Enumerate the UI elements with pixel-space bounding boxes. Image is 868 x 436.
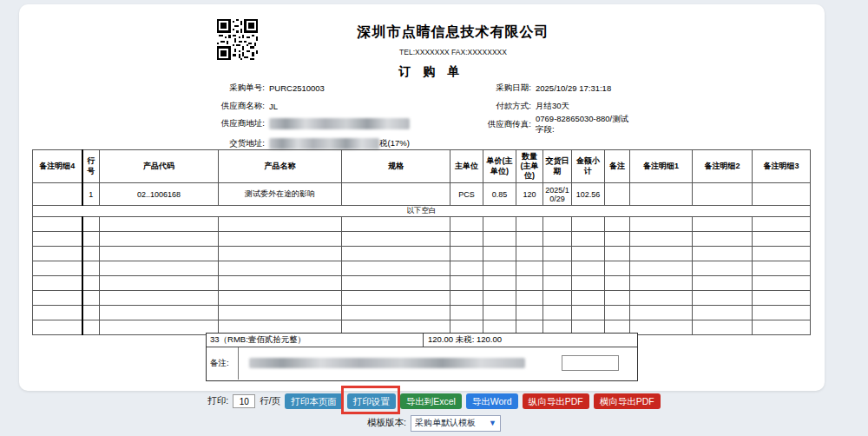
col-header-remark-detail2: 备注明细2 bbox=[693, 150, 753, 183]
supplier-name-value: JL bbox=[269, 102, 278, 111]
empty-table-row bbox=[33, 232, 811, 247]
print-settings-highlight-wrap: 打印设置 bbox=[347, 393, 396, 409]
col-header-remark-detail4: 备注明细4 bbox=[33, 150, 82, 183]
empty-table-row bbox=[33, 247, 811, 261]
cell-subtotal: 102.56 bbox=[572, 183, 605, 206]
export-excel-button[interactable]: 导出到Excel bbox=[400, 393, 462, 409]
table-row: 1 02..1006168 测试委外在途的影响 PCS 0.85 120 202… bbox=[33, 183, 811, 206]
col-header-qty: 数量(主单位) bbox=[516, 150, 543, 183]
col-header-product-name: 产品名称 bbox=[219, 150, 342, 183]
supplier-fax-value: 0769-82865030-880/测试字段: bbox=[536, 114, 629, 135]
empty-table-row bbox=[33, 276, 811, 291]
chevron-down-icon: ▼ bbox=[489, 419, 496, 427]
page-background: 深圳市点睛信息技术有限公司 TEL:XXXXXXX FAX:XXXXXXXX 订… bbox=[0, 0, 868, 436]
delivery-address-suffix: 税(17%) bbox=[379, 138, 410, 149]
print-label: 打印: bbox=[207, 395, 228, 407]
remark-redacted-text bbox=[249, 358, 525, 368]
empty-table-row bbox=[33, 306, 811, 320]
document-title: 订 购 单 bbox=[154, 64, 709, 80]
rows-per-page-input[interactable] bbox=[233, 394, 255, 408]
remark-row: 备注: bbox=[207, 347, 637, 380]
col-header-unit-price: 单价(主单位) bbox=[483, 150, 516, 183]
supplier-fax-row: 供应商传真: 0769-82865030-880/测试字段: bbox=[457, 114, 629, 135]
cell-remark-detail1 bbox=[630, 183, 693, 206]
payment-label: 付款方式: bbox=[457, 101, 531, 112]
order-date-row: 采购日期: 2025/10/29 17:31:18 bbox=[457, 83, 611, 94]
rows-per-page-unit: 行/页 bbox=[260, 395, 280, 407]
template-controls-row: 模板版本: 采购单默认模板 ▼ bbox=[0, 414, 868, 432]
payment-value: 月结30天 bbox=[536, 101, 569, 112]
order-table-body: 1 02..1006168 测试委外在途的影响 PCS 0.85 120 202… bbox=[33, 183, 811, 335]
cell-remark bbox=[605, 183, 630, 206]
print-settings-button[interactable]: 打印设置 bbox=[347, 393, 396, 409]
payment-row: 付款方式: 月结30天 bbox=[457, 101, 569, 112]
empty-table-row bbox=[33, 291, 811, 306]
col-header-line-no: 行号 bbox=[82, 150, 100, 183]
col-header-product-code: 产品代码 bbox=[100, 150, 219, 183]
contact-line: TEL:XXXXXXX FAX:XXXXXXXX bbox=[175, 48, 731, 56]
col-header-spec: 规格 bbox=[342, 150, 450, 183]
supplier-fax-label: 供应商传真: bbox=[457, 119, 531, 130]
col-header-unit: 主单位 bbox=[450, 150, 483, 183]
summary-total-row: 33（RMB:壹佰贰拾元整） 120.00 未税: 120.00 bbox=[207, 334, 637, 347]
remark-content bbox=[239, 347, 637, 380]
supplier-name-row: 供应商名称: JL bbox=[202, 101, 278, 112]
col-header-remark: 备注 bbox=[605, 150, 630, 183]
export-pdf-portrait-button[interactable]: 纵向导出PDF bbox=[523, 393, 589, 409]
cell-remark-detail3 bbox=[753, 183, 811, 206]
delivery-address-row: 交货地址: 税(17%) bbox=[202, 136, 410, 150]
template-select[interactable]: 采购单默认模板 ▼ bbox=[411, 415, 501, 432]
supplier-name-label: 供应商名称: bbox=[202, 101, 265, 112]
amount-figures: 120.00 未税: 120.00 bbox=[424, 334, 637, 347]
cell-delivery-date: 2025/10/29 bbox=[543, 183, 572, 206]
company-name: 深圳市点睛信息技术有限公司 bbox=[175, 23, 731, 42]
export-pdf-landscape-button[interactable]: 横向导出PDF bbox=[594, 393, 661, 409]
supplier-address-row: 供应商地址: bbox=[202, 116, 410, 131]
table-header-row: 备注明细4 行号 产品代码 产品名称 规格 主单位 单价(主单位) 数量(主单位… bbox=[33, 150, 811, 183]
template-version-label: 模板版本: bbox=[367, 417, 406, 429]
order-date-value: 2025/10/29 17:31:18 bbox=[536, 83, 611, 93]
order-no-value: PURC2510003 bbox=[269, 83, 325, 93]
cell-line-no: 1 bbox=[82, 183, 100, 206]
order-no-label: 采购单号: bbox=[202, 83, 265, 94]
cell-remark-detail2 bbox=[693, 183, 753, 206]
print-current-page-button[interactable]: 打印本页面 bbox=[285, 393, 343, 409]
blank-note-text: 以下空白 bbox=[33, 206, 811, 217]
cell-remark-detail4 bbox=[33, 183, 82, 206]
template-selected-value: 采购单默认模板 bbox=[415, 417, 476, 429]
remark-label: 备注: bbox=[207, 347, 239, 380]
supplier-address-label: 供应商地址: bbox=[202, 118, 265, 129]
export-word-button[interactable]: 导出Word bbox=[466, 393, 518, 409]
blank-note-row: 以下空白 bbox=[33, 206, 811, 217]
delivery-address-redacted bbox=[269, 138, 379, 149]
col-header-delivery-date: 交货日期 bbox=[543, 150, 572, 183]
order-no-row: 采购单号: PURC2510003 bbox=[202, 83, 325, 94]
col-header-remark-detail3: 备注明细3 bbox=[753, 150, 811, 183]
col-header-subtotal: 金额小计 bbox=[572, 150, 605, 183]
empty-table-row bbox=[33, 261, 811, 276]
print-controls-row: 打印: 行/页 打印本页面 打印设置 导出到Excel 导出Word 纵向导出P… bbox=[0, 392, 868, 411]
cell-unit-price: 0.85 bbox=[483, 183, 516, 206]
cell-spec bbox=[342, 183, 450, 206]
order-date-label: 采购日期: bbox=[457, 83, 531, 94]
cell-product-code: 02..1006168 bbox=[100, 183, 219, 206]
col-header-remark-detail1: 备注明细1 bbox=[630, 150, 693, 183]
summary-box: 33（RMB:壹佰贰拾元整） 120.00 未税: 120.00 备注: bbox=[206, 333, 638, 381]
amount-in-words: 33（RMB:壹佰贰拾元整） bbox=[207, 334, 424, 347]
cell-product-name: 测试委外在途的影响 bbox=[219, 183, 342, 206]
delivery-address-label: 交货地址: bbox=[202, 138, 265, 149]
purchase-order-sheet: 深圳市点睛信息技术有限公司 TEL:XXXXXXX FAX:XXXXXXXX 订… bbox=[19, 4, 825, 391]
empty-table-row bbox=[33, 217, 811, 232]
remark-extra-input[interactable] bbox=[562, 355, 619, 371]
order-items-table: 备注明细4 行号 产品代码 产品名称 规格 主单位 单价(主单位) 数量(主单位… bbox=[32, 149, 811, 335]
cell-unit: PCS bbox=[450, 183, 483, 206]
cell-qty: 120 bbox=[516, 183, 543, 206]
supplier-address-redacted bbox=[269, 118, 410, 129]
